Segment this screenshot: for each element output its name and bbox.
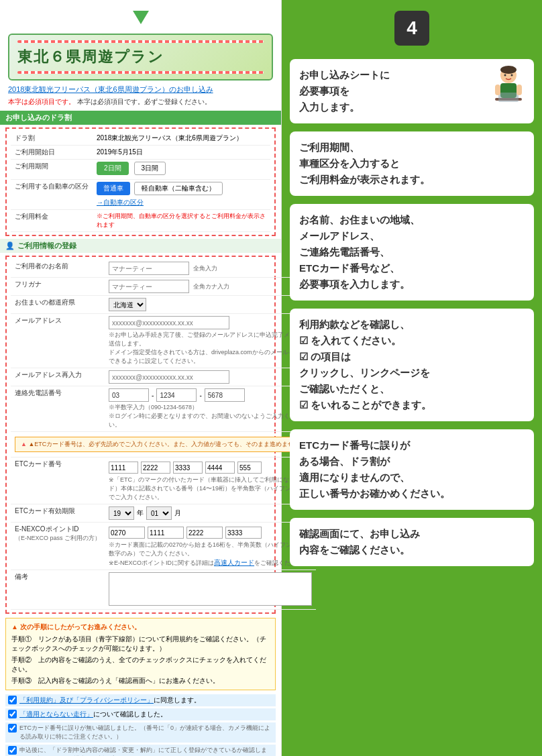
name-content: 全角入力	[105, 260, 316, 278]
etc-input-3[interactable]	[173, 462, 203, 474]
right-card-3: お名前、お住まいの地域、メールアドレス、ご連絡先電話番号、ETCカード番号など、…	[290, 204, 534, 301]
etc-validity-row: ETCカード有効期限 19202122232425 年 010203040506…	[11, 504, 316, 523]
remarks-label: 備考	[11, 570, 105, 610]
card3-text: お名前、お住まいの地域、メールアドレス、ご連絡先電話番号、ETCカード番号など、…	[299, 212, 525, 292]
card5-text: ETCカード番号に誤りがある場合、ドラ割が適用になりませんので、正しい番号かお確…	[299, 437, 525, 502]
nexco-note2: ※E-NEXCOポイントIDに関する詳細は高速人カードをご確認ください。	[109, 558, 312, 568]
etc-input-2[interactable]	[141, 462, 170, 474]
email-input[interactable]	[109, 316, 229, 329]
checkbox-3[interactable]	[8, 724, 17, 733]
next-steps-box: ▲ 次の手順にしたがってお進みください。 手順① リンクがある項目（青字下線部）…	[5, 618, 276, 690]
etc-row: ETCカード番号 ※「ETC」のマークの付いたカード（車載器に挿入してご利用にな…	[11, 457, 316, 504]
nexco-input-2[interactable]	[148, 527, 184, 539]
name-input[interactable]	[109, 262, 189, 275]
validity-inputs: 19202122232425 年 010203040506 0708091011…	[109, 506, 312, 520]
nexco-content: ※カード裏面に記載の0270から始まる16桁を、半角英数（ハイフンを除き数字のみ…	[105, 523, 316, 570]
svg-point-3	[504, 74, 506, 76]
period-row: ご利用期間 2日間 3日間	[11, 160, 270, 180]
checkbox-3-text: ETCカード番号に誤りが無い確認しました。（番号に「0」が連続する場合、カメラ機…	[19, 724, 273, 741]
etc-input-4[interactable]	[205, 462, 235, 474]
etc-warning-row: ▲ ▲ETCカード番号は、必ず先読めでご入力ください。また、入力値が違っても、そ…	[11, 432, 316, 457]
start-date-label: ご利用開始日	[11, 146, 93, 160]
svg-marker-0	[133, 11, 149, 24]
etc-validity-content: 19202122232425 年 010203040506 0708091011…	[105, 504, 316, 523]
step1-text: 手順① リンクがある項目（青字下線部）について利用規約をご確認ください。（チェッ…	[11, 635, 270, 653]
etc-warning-box: ▲ ▲ETCカード番号は、必ず先読めでご入力ください。また、入力値が違っても、そ…	[15, 437, 312, 452]
checkbox-row-1: 「利用規約」及び「プライバシーポリシー」に同意します。	[5, 694, 276, 706]
nexco-row: E-NEXCOポイントID （E-NEXCO pass ご利用の方） ※カード裏…	[11, 523, 316, 570]
etc-input-1[interactable]	[109, 462, 138, 474]
fee-row: ご利用料金 ※ご利用期間、自動車の区分を選択するとご利用料金が表示されます	[11, 210, 270, 232]
checkbox-2[interactable]	[8, 710, 17, 718]
card6-text: 確認画面にて、お申し込み内容をご確認ください。	[299, 526, 525, 558]
stripe-top	[17, 40, 264, 43]
nexco-inputs	[109, 527, 312, 539]
email2-content	[105, 368, 316, 386]
address-label: お住まいの都道府県	[11, 296, 105, 314]
section1-form: ドラ割 2018東北観光フリーパス（東北6県周遊プラン） ご利用開始日 2019…	[5, 127, 276, 236]
etc-number-row	[109, 462, 312, 474]
checkbox-4[interactable]	[8, 746, 17, 755]
period-option-3days[interactable]: 3日間	[134, 162, 166, 175]
kana-content: 全角カナ入力	[105, 278, 316, 296]
email-row: メールアドレス ※お申し込み手続き完了後、ご登録のメールアドレスに申込完了メール…	[11, 314, 316, 368]
etc-input-5[interactable]	[237, 462, 262, 474]
nonapply-link[interactable]: 「適用とならない走行」	[19, 710, 93, 718]
character-image	[488, 64, 529, 111]
next-steps-title: ▲ 次の手順にしたがってお進みください。	[11, 623, 270, 632]
etc-label: ETCカード番号	[11, 457, 105, 504]
email-note2: ドメイン指定受信をされている方は、driveplaza.comからのメールを受信…	[109, 348, 312, 366]
svg-rect-7	[498, 93, 519, 102]
section2-form: ご利用者のお名前 全角入力 フリガナ 全角カナ入力	[5, 256, 276, 614]
remarks-textarea[interactable]	[109, 572, 312, 606]
nexco-label: E-NEXCOポイントID （E-NEXCO pass ご利用の方）	[11, 523, 105, 570]
vehicle-option-regular[interactable]: 普通車	[97, 182, 130, 195]
email2-input[interactable]	[109, 370, 229, 384]
checkbox-row-3: ETCカード番号に誤りが無い確認しました。（番号に「0」が連続する場合、カメラ機…	[5, 722, 276, 743]
phone-prefix-input[interactable]	[109, 388, 149, 402]
remarks-content	[105, 570, 316, 610]
phone-note1: ※半数字入力（090-1234-5678）	[109, 403, 312, 412]
email-label: メールアドレス	[11, 314, 105, 368]
address-row: お住まいの都道府県 北海道	[11, 296, 316, 314]
kana-input[interactable]	[109, 280, 189, 293]
phone-suffix-input[interactable]	[205, 388, 245, 402]
nexco-link[interactable]: 高速人カード	[214, 559, 254, 566]
nexco-input-3[interactable]	[186, 527, 223, 539]
phone-middle-input[interactable]	[156, 388, 197, 402]
email2-label: メールアドレス再入力	[11, 368, 105, 386]
nexco-input-4[interactable]	[225, 527, 262, 539]
name-label: ご利用者のお名前	[11, 260, 105, 278]
left-panel: 東北６県周遊プラン 2018東北観光フリーパス（東北6県周遊プラン）のお申し込み…	[0, 0, 282, 756]
vehicle-option-light[interactable]: 軽自動車（二輪車含む）	[134, 182, 223, 195]
vehicle-label: ご利用する自動車の区分	[11, 180, 93, 210]
address-select[interactable]: 北海道	[109, 298, 146, 311]
subtitle-link[interactable]: 2018東北観光フリーパス（東北6県周遊プラン）のお申し込み	[8, 85, 273, 95]
svg-rect-8	[495, 85, 500, 95]
kana-hint: 全角カナ入力	[193, 282, 229, 291]
dora-value: 2018東北観光フリーパス（東北6県周遊プラン）	[93, 131, 270, 146]
terms-link[interactable]: 「利用規約」及び「プライバシーポリシー」	[19, 696, 154, 704]
card2-text: ご利用期間、車種区分を入力するとご利用料金が表示されます。	[299, 140, 525, 188]
warning-icon: ▲	[21, 441, 27, 447]
fee-note: ※ご利用期間、自動車の区分を選択するとご利用料金が表示されます	[93, 210, 270, 232]
checkbox-row-2: 「適用とならない走行」について確認しました。	[5, 708, 276, 720]
vehicle-content: 普通車 軽自動車（二輪車含む） →自動車の区分	[93, 180, 270, 210]
nexco-input-1[interactable]	[109, 527, 145, 539]
right-card-6: 確認画面にて、お申し込み内容をご確認ください。	[290, 518, 534, 566]
arrow-indicator	[0, 0, 281, 31]
period-option-2days[interactable]: 2日間	[97, 162, 129, 175]
validity-year-select[interactable]: 19202122232425	[109, 506, 134, 520]
dora-label: ドラ割	[11, 131, 93, 146]
vehicle-link[interactable]: →自動車の区分	[97, 198, 266, 207]
svg-rect-9	[517, 85, 522, 95]
validity-month-select[interactable]: 010203040506 070809101112	[146, 506, 172, 520]
card4-text: 利用約款などを確認し、☑ を入れてください。☑ の項目はクリックし、リンクページ…	[299, 317, 525, 413]
main-wrapper: 東北６県周遊プラン 2018東北観光フリーパス（東北6県周遊プラン）のお申し込み…	[0, 0, 542, 756]
checkbox-1[interactable]	[8, 696, 17, 704]
right-card-2: ご利用期間、車種区分を入力するとご利用料金が表示されます。	[290, 131, 534, 196]
phone-label: 連絡先電話番号	[11, 386, 105, 432]
svg-point-4	[511, 74, 513, 76]
kana-row: フリガナ 全角カナ入力	[11, 278, 316, 296]
right-card-4: 利用約款などを確認し、☑ を入れてください。☑ の項目はクリックし、リンクページ…	[290, 309, 534, 421]
